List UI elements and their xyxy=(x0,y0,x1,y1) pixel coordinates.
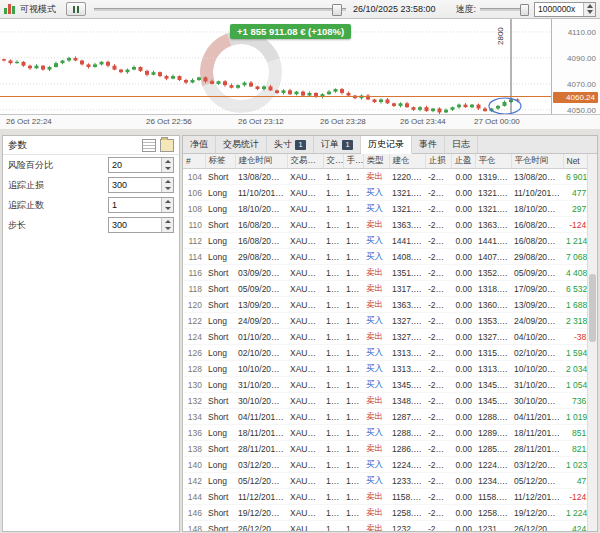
stepper-down-icon[interactable] xyxy=(162,205,173,212)
tab-1[interactable]: 交易统计 xyxy=(216,136,267,153)
stepper-down-icon[interactable] xyxy=(162,185,173,192)
table-row[interactable]: 108Long18/10/2019 14:00:00XAUUSD10.0010.… xyxy=(183,201,597,217)
param-stepper-2[interactable]: 1 xyxy=(108,197,174,213)
column-header[interactable]: 交易品种 xyxy=(287,154,323,169)
history-table: #标签建仓时间交易品种交易量手数类型建仓止损止盈平仓平仓时间Net点Gross … xyxy=(183,154,597,531)
table-row[interactable]: 116Short03/09/2019 11:20:00XAUUSD10.0010… xyxy=(183,265,597,281)
tab-6[interactable]: 日志 xyxy=(445,136,478,153)
current-price-tag: 4060.24 xyxy=(553,92,598,103)
progress-groove xyxy=(94,8,346,11)
spin-down-icon[interactable] xyxy=(584,9,595,16)
table-row[interactable]: 132Short30/10/2019 15:30:00XAUUSD10.0010… xyxy=(183,393,597,409)
table-row[interactable]: 138Short28/11/2019 10:20:00XAUUSD10.0010… xyxy=(183,441,597,457)
stepper-down-icon[interactable] xyxy=(162,225,173,232)
time-tick-label: 26 Oct 23:28 xyxy=(320,117,366,126)
table-row[interactable]: 136Long18/11/2019 09:50:00XAUUSD10.0010.… xyxy=(183,425,597,441)
param-value[interactable]: 20 xyxy=(109,160,161,170)
param-value[interactable]: 300 xyxy=(109,180,161,190)
param-row: 步长300 xyxy=(3,215,179,235)
speed-label: 速度: xyxy=(455,3,476,16)
param-label: 风险百分比 xyxy=(8,159,53,172)
tab-badge: 1 xyxy=(342,140,353,150)
scrollbar-thumb[interactable] xyxy=(589,274,596,342)
table-row[interactable]: 122Long24/09/2019 10:00:00XAUUSD10.0010.… xyxy=(183,313,597,329)
column-header[interactable]: 止盈 xyxy=(451,154,475,169)
table-row[interactable]: 134Short04/11/2019 11:10:00XAUUSD10.0010… xyxy=(183,409,597,425)
workspace: 参数 风险百分比20追踪止损300追踪止数1步长300 净值交易统计头寸1订单1… xyxy=(0,129,600,533)
column-header[interactable]: # xyxy=(183,154,205,169)
column-header[interactable]: 平仓 xyxy=(475,154,511,169)
tab-label: 日志 xyxy=(452,138,470,151)
parameters-panel: 参数 风险百分比20追踪止损300追踪止数1步长300 xyxy=(2,135,180,532)
table-row[interactable]: 106Long11/10/2019 09:15:00XAUUSD10.0010.… xyxy=(183,185,597,201)
folder-icon[interactable] xyxy=(160,139,174,152)
tab-3[interactable]: 订单1 xyxy=(314,136,361,153)
param-value[interactable]: 300 xyxy=(109,220,161,230)
price-axis: 4110.004090.004070.004050.004060.24 xyxy=(551,19,600,115)
column-header[interactable]: 标签 xyxy=(205,154,235,169)
table-row[interactable]: 126Long02/10/2019 14:15:00XAUUSD10.0010.… xyxy=(183,345,597,361)
column-header[interactable]: 手数 xyxy=(343,154,363,169)
column-header[interactable]: 交易量 xyxy=(323,154,343,169)
table-row[interactable]: 112Long16/08/2019 15:45:00XAUUSD10.0010.… xyxy=(183,233,597,249)
param-value[interactable]: 1 xyxy=(109,200,161,210)
param-stepper-0[interactable]: 20 xyxy=(108,157,174,173)
param-stepper-3[interactable]: 300 xyxy=(108,217,174,233)
param-stepper-1[interactable]: 300 xyxy=(108,177,174,193)
parameters-title: 参数 xyxy=(8,139,27,152)
time-axis: 26 Oct 22:2426 Oct 22:5626 Oct 23:1226 O… xyxy=(0,114,600,129)
table-row[interactable]: 114Long29/08/2019 08:00:00XAUUSD10.0010.… xyxy=(183,249,597,265)
time-tick-label: 26 Oct 22:56 xyxy=(146,117,192,126)
table-row[interactable]: 118Short05/09/2019 16:10:00XAUUSD10.0010… xyxy=(183,281,597,297)
current-datetime: 26/10/2025 23:58:00 xyxy=(353,4,436,14)
progress-slider[interactable] xyxy=(94,3,346,15)
visual-mode-label: 可视模式 xyxy=(20,3,56,16)
column-header[interactable]: 建仓 xyxy=(389,154,425,169)
pause-button[interactable] xyxy=(66,2,86,16)
table-row[interactable]: 146Short19/12/2019 10:40:00XAUUSD10.0010… xyxy=(183,505,597,521)
tab-label: 订单 xyxy=(321,138,339,151)
price-chart-panel[interactable]: +1 855 911.08 € (+108%) 2800 4110.004090… xyxy=(0,19,600,129)
time-tick-label: 26 Oct 22:24 xyxy=(6,117,52,126)
stepper-up-icon[interactable] xyxy=(162,178,173,185)
stepper-up-icon[interactable] xyxy=(162,158,173,165)
tab-label: 净值 xyxy=(190,138,208,151)
vertical-scrollbar[interactable] xyxy=(587,154,597,531)
chart-mode-icon xyxy=(4,4,16,14)
table-row[interactable]: 148Short26/12/2019 11:30:00XAUUSD10.0010… xyxy=(183,521,597,532)
stepper-up-icon[interactable] xyxy=(162,218,173,225)
price-tick-label: 4110.00 xyxy=(568,28,596,37)
table-row[interactable]: 120Short13/09/2019 09:30:00XAUUSD10.0010… xyxy=(183,297,597,313)
stepper-up-icon[interactable] xyxy=(162,198,173,205)
tab-2[interactable]: 头寸1 xyxy=(267,136,314,153)
table-row[interactable]: 110Short16/08/2019 10:30:00XAUUSD10.0010… xyxy=(183,217,597,233)
speed-slider[interactable] xyxy=(480,3,528,15)
column-header[interactable]: 止损 xyxy=(425,154,451,169)
table-row[interactable]: 128Long10/10/2019 08:45:00XAUUSD10.0010.… xyxy=(183,361,597,377)
tab-4[interactable]: 历史记录 xyxy=(361,136,412,154)
speed-spinner[interactable]: 1000000x xyxy=(534,2,596,17)
speed-thumb[interactable] xyxy=(520,4,529,16)
table-row[interactable]: 104Short13/08/2019 16:00:00XAUUSD10.0010… xyxy=(183,169,597,185)
table-row[interactable]: 124Short01/10/2019 12:40:00XAUUSD10.0010… xyxy=(183,329,597,345)
table-row[interactable]: 144Short11/12/2019 09:05:00XAUUSD10.0010… xyxy=(183,489,597,505)
table-row[interactable]: 130Long31/10/2019 09:00:00XAUUSD10.0010.… xyxy=(183,377,597,393)
stepper-down-icon[interactable] xyxy=(162,165,173,172)
table-row[interactable]: 142Long05/12/2019 13:45:00XAUUSD10.0010.… xyxy=(183,473,597,489)
progress-thumb[interactable] xyxy=(332,4,342,16)
table-row[interactable]: 140Long03/12/2019 08:30:00XAUUSD10.0010.… xyxy=(183,457,597,473)
column-header[interactable]: 平仓时间 xyxy=(511,154,563,169)
column-header[interactable]: 类型 xyxy=(363,154,389,169)
tab-5[interactable]: 事件 xyxy=(412,136,445,153)
results-tab-bar: 净值交易统计头寸1订单1历史记录事件日志 xyxy=(183,136,597,154)
column-header[interactable]: 建仓时间 xyxy=(235,154,287,169)
grid-icon[interactable] xyxy=(142,139,156,152)
tab-label: 交易统计 xyxy=(223,138,259,151)
tester-toolbar: 可视模式 26/10/2025 23:58:00 速度: 1000000x xyxy=(0,0,600,19)
bar-index-label: 2800 xyxy=(496,27,505,45)
tab-0[interactable]: 净值 xyxy=(183,136,216,153)
results-panel: 净值交易统计头寸1订单1历史记录事件日志 #标签建仓时间交易品种交易量手数类型建… xyxy=(182,135,598,532)
tab-label: 头寸 xyxy=(274,138,292,151)
speed-value: 1000000x xyxy=(535,4,583,14)
profit-badge: +1 855 911.08 € (+108%) xyxy=(230,24,351,39)
